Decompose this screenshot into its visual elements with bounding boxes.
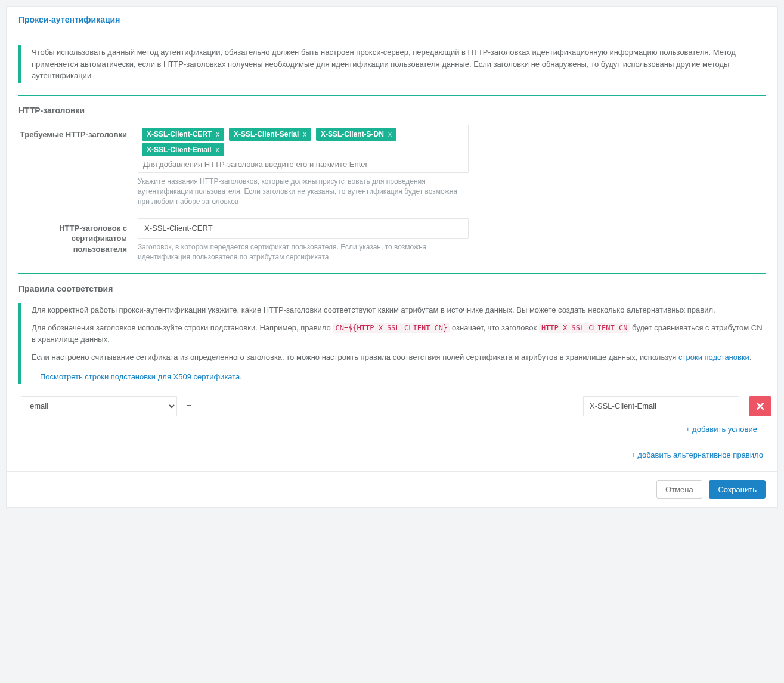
add-condition-link[interactable]: + добавить условие <box>686 425 757 434</box>
http-headers-heading: HTTP-заголовки <box>18 106 766 115</box>
header-tag: X-SSL-Client-CERTx <box>142 128 224 141</box>
panel-footer: Отмена Сохранить <box>7 471 777 507</box>
add-alt-rule-link[interactable]: + добавить альтернативное правило <box>631 450 763 459</box>
header-tag: X-SSL-Client-S-DNx <box>316 128 396 141</box>
header-tag: X-SSL-Client-Emailx <box>142 143 224 156</box>
x509-substitution-link[interactable]: Посмотреть строки подстановки для X509 с… <box>40 372 242 381</box>
required-headers-input[interactable]: X-SSL-Client-CERTx X-SSL-Client-Serialx … <box>138 125 469 173</box>
panel-body: Чтобы использовать данный метод аутентиф… <box>7 33 777 471</box>
cert-header-help: Заголовок, в котором передается сертифик… <box>138 242 469 263</box>
proxy-auth-panel: Прокси-аутентификация Чтобы использовать… <box>6 6 778 508</box>
rule-row: email = <box>21 396 763 416</box>
rules-callout: Для корректной работы прокси-аутентифика… <box>18 303 766 384</box>
remove-tag-icon[interactable]: x <box>303 130 306 138</box>
equals-sign: = <box>177 401 201 410</box>
cert-header-row: HTTP-заголовок с сертификатом пользовате… <box>18 218 766 263</box>
cancel-button[interactable]: Отмена <box>656 480 702 499</box>
intro-callout: Чтобы использовать данный метод аутентиф… <box>18 45 766 83</box>
rules-p2: Для обозначения заголовков используйте с… <box>32 322 766 345</box>
tag-input-placeholder: Для добавления HTTP-заголовка введите ег… <box>142 159 464 172</box>
panel-title: Прокси-аутентификация <box>18 15 120 24</box>
section-separator <box>18 95 766 96</box>
delete-rule-button[interactable] <box>749 396 771 416</box>
rule-attribute-select[interactable]: email <box>21 396 177 416</box>
rules-p1: Для корректной работы прокси-аутентифика… <box>32 304 766 316</box>
panel-header: Прокси-аутентификация <box>7 7 777 33</box>
save-button[interactable]: Сохранить <box>709 480 766 499</box>
intro-text: Чтобы использовать данный метод аутентиф… <box>32 47 766 82</box>
required-headers-help: Укажите названия HTTP-заголовков, которы… <box>138 177 469 208</box>
rules-p3: Если настроено считывание сетификата из … <box>32 351 766 363</box>
remove-tag-icon[interactable]: x <box>216 146 219 154</box>
delete-icon <box>757 403 764 410</box>
section-separator <box>18 273 766 274</box>
substitution-link[interactable]: строки подстановки <box>678 353 749 361</box>
remove-tag-icon[interactable]: x <box>388 130 392 138</box>
required-headers-label: Требуемые HTTP-заголовки <box>18 125 138 208</box>
rule-header-input[interactable] <box>583 396 739 416</box>
cert-header-label: HTTP-заголовок с сертификатом пользовате… <box>18 218 138 263</box>
cert-header-input[interactable] <box>138 218 469 239</box>
rules-heading: Правила соответствия <box>18 284 766 293</box>
remove-tag-icon[interactable]: x <box>216 130 219 138</box>
required-headers-row: Требуемые HTTP-заголовки X-SSL-Client-CE… <box>18 125 766 208</box>
header-tag: X-SSL-Client-Serialx <box>229 128 311 141</box>
code-example: HTTP_X_SSL_CLIENT_CN <box>539 323 630 333</box>
code-example: CN=${HTTP_X_SSL_CLIENT_CN} <box>333 323 450 333</box>
